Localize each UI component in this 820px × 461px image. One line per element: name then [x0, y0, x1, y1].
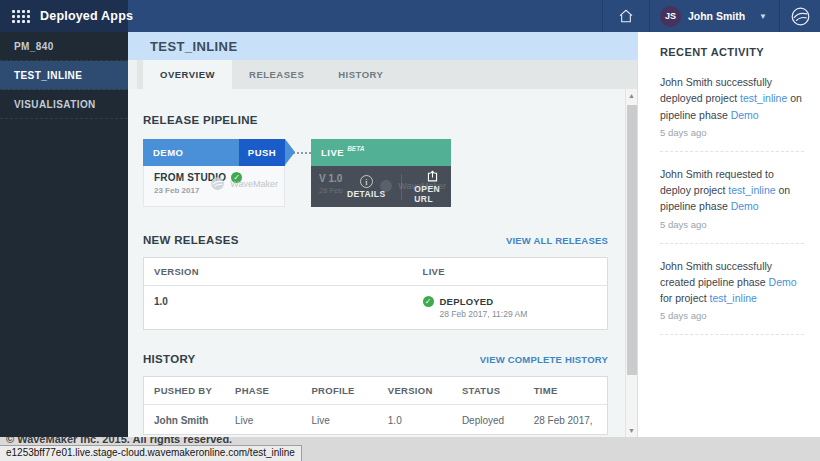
history-title: HISTORY	[143, 353, 196, 365]
release-pipeline: DEMO PUSH FROM STUDIO ✓ 23 Feb 2017	[143, 139, 608, 207]
column-version: VERSION	[378, 377, 452, 404]
page-header: TEST_INLINE	[128, 32, 637, 60]
page: Deployed Apps JS John Smith ▼	[0, 0, 820, 461]
scrollbar[interactable]: ▲ ▼	[625, 89, 637, 437]
sidebar-item-visualisation[interactable]: VISUALISATION	[0, 90, 128, 119]
watermark-label: WaveMaker	[230, 179, 278, 189]
app-title: Deployed Apps	[40, 9, 133, 23]
main-panel: TEST_INLINE OVERVIEW RELEASES HISTORY RE…	[128, 32, 637, 437]
watermark-label: WaveMaker	[398, 181, 446, 191]
column-phase: PHASE	[225, 377, 301, 404]
user-menu[interactable]: JS John Smith ▼	[650, 0, 779, 32]
chevron-down-icon: ▼	[759, 12, 767, 21]
scrollbar-thumb[interactable]	[627, 105, 637, 375]
tab-overview[interactable]: OVERVIEW	[143, 60, 232, 89]
sidebar-item-test-inline[interactable]: TEST_INLINE	[0, 61, 128, 90]
demo-card-body: FROM STUDIO ✓ 23 Feb 2017 WaveMaker	[143, 166, 285, 207]
activity-text-segment: for project	[660, 292, 710, 304]
column-pushed-by: PUSHED BY	[144, 377, 225, 404]
activity-text: John Smith successfully created pipeline…	[660, 258, 804, 307]
activity-link[interactable]: test_inline	[740, 92, 787, 104]
activity-time: 5 days ago	[660, 310, 804, 321]
activity-text-segment: John Smith successfully created pipeline…	[660, 260, 772, 288]
live-card-body: V 1.0 28 Feb i DETAILS	[311, 166, 451, 207]
live-phase-name: LIVE	[321, 147, 344, 158]
copyright-text: © WaveMaker Inc. 2015. All rights reserv…	[6, 437, 232, 445]
status-url-tooltip: e1253bff77e01.live.stage-cloud.wavemaker…	[0, 445, 302, 461]
recent-activity-panel: RECENT ACTIVITY John Smith successfully …	[637, 32, 820, 437]
table-row: 1.0 ✓ DEPLOYED 28 Feb 2017, 11:29 AM	[144, 286, 607, 329]
demo-phase-card: DEMO PUSH FROM STUDIO ✓ 23 Feb 2017	[143, 139, 285, 207]
table-header-row: PUSHED BY PHASE PROFILE VERSION STATUS T…	[144, 377, 607, 405]
pipeline-arrow	[285, 139, 295, 165]
column-version: VERSION	[144, 258, 413, 285]
divider	[660, 243, 804, 244]
tab-releases[interactable]: RELEASES	[232, 60, 321, 89]
overview-content: RELEASE PIPELINE DEMO PUSH FROM STUDIO ✓…	[128, 89, 637, 437]
table-row: John Smith Live Live 1.0 Deployed 28 Feb…	[144, 405, 607, 434]
demo-card-header: DEMO PUSH	[143, 139, 285, 166]
table-header-row: VERSION LIVE	[144, 258, 607, 286]
activity-time: 5 days ago	[660, 219, 804, 230]
topbar-brand: Deployed Apps	[0, 0, 128, 32]
activity-link[interactable]: Demo	[731, 109, 759, 121]
new-releases-title: NEW RELEASES	[143, 234, 239, 246]
activity-list: John Smith successfully deployed project…	[660, 74, 804, 335]
deployed-status: DEPLOYED	[440, 296, 528, 307]
check-icon: ✓	[423, 296, 434, 307]
push-button[interactable]: PUSH	[239, 139, 285, 166]
activity-link[interactable]: test_inline	[728, 184, 775, 196]
history-time: 28 Feb 2017,	[524, 405, 607, 434]
release-live-status: ✓ DEPLOYED 28 Feb 2017, 11:29 AM	[413, 286, 607, 329]
live-card-header: LIVE BETA	[311, 139, 451, 166]
new-releases-header: NEW RELEASES VIEW ALL RELEASES	[143, 234, 608, 246]
activity-time: 5 days ago	[660, 127, 804, 138]
scroll-up-icon[interactable]: ▲	[626, 92, 637, 99]
activity-item: John Smith successfully created pipeline…	[660, 258, 804, 322]
home-icon	[618, 8, 634, 24]
activity-link[interactable]: Demo	[731, 200, 759, 212]
activity-text: John Smith successfully deployed project…	[660, 74, 804, 123]
wavemaker-swirl-icon	[209, 175, 226, 192]
activity-link[interactable]: Demo	[769, 276, 797, 288]
wavemaker-logo-icon[interactable]	[780, 0, 820, 32]
beta-badge: BETA	[347, 145, 364, 152]
topbar-actions: JS John Smith ▼	[128, 0, 820, 32]
view-all-releases-link[interactable]: VIEW ALL RELEASES	[506, 235, 608, 246]
wavemaker-watermark: WaveMaker	[209, 175, 278, 192]
live-date: 28 Feb	[319, 186, 342, 195]
history-pushed-by: John Smith	[144, 405, 225, 434]
sidebar: PM_840 TEST_INLINE VISUALISATION	[0, 32, 128, 437]
topbar: Deployed Apps JS John Smith ▼	[0, 0, 820, 32]
column-live: LIVE	[413, 258, 607, 285]
activity-item: John Smith requested to deploy project t…	[660, 166, 804, 230]
history-profile-link[interactable]: Live	[301, 405, 377, 434]
activity-link[interactable]: test_inline	[710, 292, 757, 304]
apps-grid-icon[interactable]	[12, 10, 30, 23]
deployed-time: 28 Feb 2017, 11:29 AM	[440, 309, 528, 319]
column-time: TIME	[524, 377, 607, 404]
history-status: Deployed	[452, 405, 524, 434]
history-phase: Live	[225, 405, 301, 434]
column-status: STATUS	[452, 377, 524, 404]
tabstrip: OVERVIEW RELEASES HISTORY	[128, 60, 637, 89]
tab-history[interactable]: HISTORY	[321, 60, 400, 89]
history-header: HISTORY VIEW COMPLETE HISTORY	[143, 353, 608, 365]
divider	[660, 334, 804, 335]
activity-item: John Smith successfully deployed project…	[660, 74, 804, 138]
history-table: PUSHED BY PHASE PROFILE VERSION STATUS T…	[143, 376, 608, 435]
recent-activity-title: RECENT ACTIVITY	[660, 46, 804, 58]
live-version: V 1.0 28 Feb	[319, 173, 342, 195]
view-complete-history-link[interactable]: VIEW COMPLETE HISTORY	[480, 354, 608, 365]
divider	[660, 151, 804, 152]
demo-phase-name: DEMO	[153, 147, 184, 158]
info-icon: i	[360, 175, 373, 188]
activity-text: John Smith requested to deploy project t…	[660, 166, 804, 215]
column-profile: PROFILE	[301, 377, 377, 404]
tabstrip-notch	[128, 60, 137, 89]
sidebar-item-pm840[interactable]: PM_840	[0, 32, 128, 61]
scroll-down-icon[interactable]: ▼	[626, 427, 637, 434]
home-button[interactable]	[603, 0, 649, 32]
live-version-value: V 1.0	[319, 173, 342, 184]
avatar: JS	[660, 6, 681, 27]
